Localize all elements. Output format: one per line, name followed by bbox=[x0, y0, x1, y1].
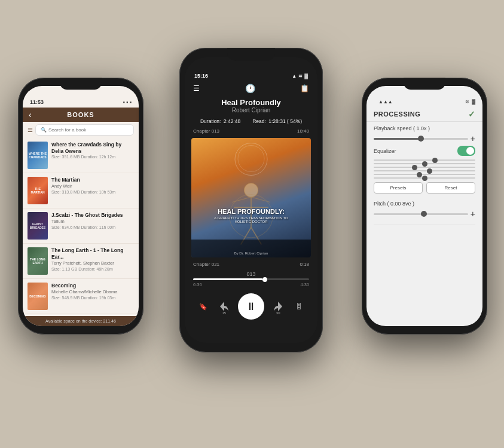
read-value: 1:28:31 ( 54%) bbox=[268, 118, 302, 124]
progress-thumb bbox=[262, 277, 267, 282]
pause-button[interactable]: ⏸ bbox=[238, 293, 264, 320]
forward-button[interactable]: 30 bbox=[270, 298, 286, 315]
center-phone: 15:16 ▲ ≋ ▓ ☰ 🕐 📋 Heal Profoundly Robert… bbox=[179, 48, 323, 352]
eq-track bbox=[374, 177, 475, 179]
eq-band-4[interactable] bbox=[374, 170, 475, 171]
pitch-track bbox=[374, 213, 468, 215]
eq-track bbox=[374, 167, 475, 168]
book-meta: Size: 634.6 MB Duration: 11h 00m bbox=[51, 225, 134, 229]
right-header-title: PROCESSING bbox=[374, 111, 420, 118]
left-header-title: BOOKS bbox=[67, 111, 94, 118]
book-info: The Martian Andy Weir Size: 313.8 MB Dur… bbox=[51, 177, 134, 194]
center-signal-icons: ▲ ≋ ▓ bbox=[292, 73, 308, 79]
back-button[interactable]: ‹ bbox=[29, 110, 32, 119]
book-info: J.Scalzi - The Ghost Brigades Tallum Siz… bbox=[51, 212, 134, 229]
equalizer-toggle[interactable] bbox=[457, 146, 475, 156]
right-screen: ▲▲▲ ≋ ▓ PROCESSING ✓ Playback speed ( 1.… bbox=[366, 86, 482, 326]
eq-band-3[interactable] bbox=[374, 167, 475, 168]
search-input[interactable] bbox=[48, 127, 129, 133]
book-info: The Long Earth - 1 - The Long Ear... Ter… bbox=[51, 247, 134, 271]
center-book-header: Heal Profoundly Robert Ciprian bbox=[185, 96, 317, 116]
playback-speed-label: Playback speed ( 1.0x ) bbox=[374, 125, 475, 131]
search-bar[interactable]: 🔍 bbox=[35, 124, 134, 136]
clock-icon[interactable]: 🕐 bbox=[245, 84, 255, 93]
list-item[interactable]: THE MARTIAN The Martian Andy Weir Size: … bbox=[23, 173, 139, 208]
book-cover: THE LONG EARTH bbox=[28, 247, 48, 275]
equalizer-label: Equalizer bbox=[374, 148, 396, 154]
pitch-label: Pitch ( 0.00 8ve ) bbox=[374, 201, 475, 207]
book-cover: WHERE THE CRAWDADS bbox=[28, 142, 48, 169]
list-item[interactable]: WHERE THE CRAWDADS Where the Crawdads Si… bbox=[23, 138, 139, 173]
equalizer-button[interactable]: 🎛 bbox=[292, 299, 306, 314]
center-top-bar: ☰ 🕐 📋 bbox=[185, 81, 317, 96]
cover-art-background: HEAL PROFOUNDLY: A GRAFFITI THUG'S TRANS… bbox=[191, 138, 311, 257]
duration-value: 2:42:48 bbox=[224, 118, 240, 124]
book-author: Terry Pratchett, Stephen Baxter bbox=[51, 260, 134, 266]
book-cover-art: HEAL PROFOUNDLY: A GRAFFITI THUG'S TRANS… bbox=[191, 138, 311, 257]
chapter-next: Chapter 021 0:18 bbox=[185, 260, 317, 269]
pitch-section: Pitch ( 0.00 8ve ) + bbox=[366, 201, 482, 222]
equalizer-row: Equalizer bbox=[374, 146, 475, 156]
list-item[interactable]: GHOST BRIGADES J.Scalzi - The Ghost Brig… bbox=[23, 208, 139, 244]
book-cover: THE MARTIAN bbox=[28, 177, 48, 204]
rewind-button[interactable]: 15 bbox=[216, 298, 233, 315]
progress-chapter-num: 013 bbox=[193, 271, 309, 277]
hamburger-icon[interactable]: ☰ bbox=[193, 84, 200, 93]
list-item[interactable]: BECOMING Becoming Michelle Obama/Michell… bbox=[23, 279, 139, 314]
playback-thumb bbox=[418, 136, 424, 142]
eq-band-2[interactable] bbox=[374, 163, 475, 164]
playback-plus-icon[interactable]: + bbox=[471, 134, 475, 143]
next-chapter-time: 0:18 bbox=[300, 262, 309, 267]
book-info: Becoming Michelle Obama/Michelle Obama S… bbox=[51, 283, 134, 300]
chapter-info: Chapter 013 10:40 bbox=[185, 127, 317, 136]
presets-button[interactable]: Presets bbox=[374, 182, 423, 194]
bookmark-list-icon[interactable]: 📋 bbox=[300, 84, 309, 93]
pitch-plus-icon[interactable]: + bbox=[471, 209, 475, 219]
progress-bar[interactable] bbox=[193, 278, 309, 280]
pitch-slider[interactable]: + bbox=[374, 209, 475, 219]
eq-track bbox=[374, 170, 475, 171]
book-list: WHERE THE CRAWDADS Where the Crawdads Si… bbox=[23, 138, 139, 316]
divider bbox=[374, 225, 475, 225]
center-screen: 15:16 ▲ ≋ ▓ ☰ 🕐 📋 Heal Profoundly Robert… bbox=[185, 57, 317, 343]
playback-track bbox=[374, 138, 468, 140]
preset-row: Presets Reset bbox=[374, 182, 475, 194]
right-battery-icon: ▓ bbox=[472, 99, 475, 105]
bookmark-button[interactable]: 🔖 bbox=[196, 299, 210, 314]
confirm-button[interactable]: ✓ bbox=[468, 109, 475, 119]
pitch-thumb bbox=[421, 211, 427, 217]
eq-band-1[interactable] bbox=[374, 159, 475, 161]
progress-end: 4:30 bbox=[300, 282, 309, 287]
left-header: ‹ BOOKS bbox=[23, 108, 139, 122]
eq-thumb bbox=[417, 172, 422, 177]
eq-thumb bbox=[432, 158, 438, 163]
processing-section: Playback speed ( 1.0x ) + Equalizer bbox=[366, 122, 482, 201]
book-author: Andy Weir bbox=[51, 183, 134, 189]
left-footer: Available space on the device: 211.46 bbox=[23, 316, 139, 326]
duration-info: Duration: 2:42:48 bbox=[200, 118, 240, 124]
playback-speed-slider[interactable]: + bbox=[374, 134, 475, 143]
progress-start: 6:36 bbox=[193, 282, 202, 287]
eq-band-5[interactable] bbox=[374, 174, 475, 175]
read-info: Read: 1:28:31 ( 54%) bbox=[252, 118, 302, 124]
center-status-bar: 15:16 ▲ ≋ ▓ bbox=[185, 57, 317, 81]
left-battery-icon: ▪ ▪ ▪ bbox=[123, 99, 132, 105]
right-header: PROCESSING ✓ bbox=[366, 107, 482, 122]
eq-thumb bbox=[412, 165, 417, 170]
cover-art-title: HEAL PROFOUNDLY: bbox=[214, 208, 288, 216]
eq-track bbox=[374, 159, 475, 161]
eq-track bbox=[374, 174, 475, 175]
book-author: Tallum bbox=[51, 219, 134, 224]
search-icon: 🔍 bbox=[41, 127, 47, 133]
eq-band-6[interactable] bbox=[374, 177, 475, 179]
list-item[interactable]: THE LONG EARTH The Long Earth - 1 - The … bbox=[23, 244, 139, 279]
menu-icon[interactable]: ☰ bbox=[28, 127, 33, 133]
duration-label: Duration: bbox=[200, 118, 221, 124]
reset-button[interactable]: Reset bbox=[426, 182, 475, 194]
left-phone: 11:53 ▪ ▪ ▪ ‹ BOOKS ☰ 🔍 bbox=[18, 78, 143, 335]
next-chapter-label: Chapter 021 bbox=[193, 262, 219, 267]
player-controls: 🔖 15 ⏸ 30 🎛 bbox=[185, 290, 317, 322]
book-title: Where the Crawdads Sing by Delia Owens bbox=[51, 142, 134, 155]
inner-circle-icon bbox=[238, 145, 265, 172]
book-title: The Martian bbox=[51, 177, 134, 183]
